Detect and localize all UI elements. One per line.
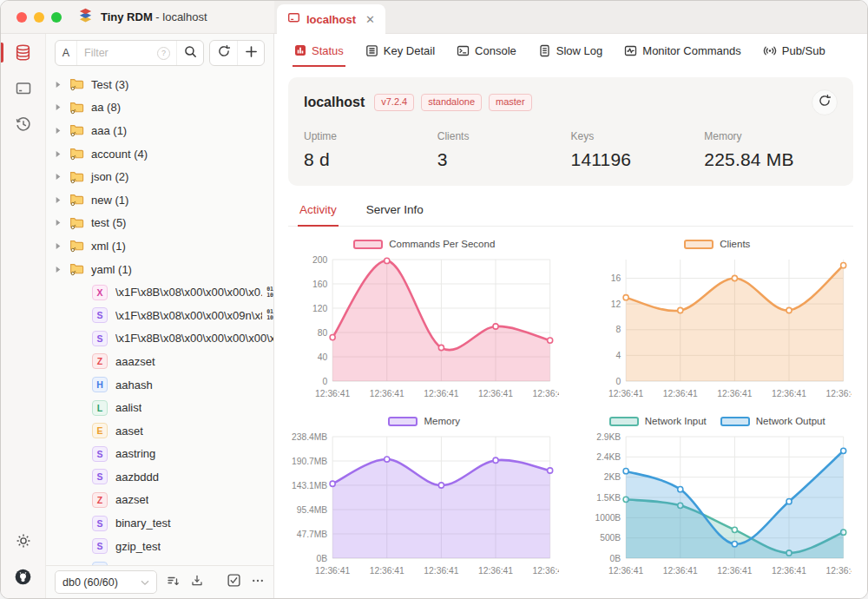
key-type-badge: Z [92,492,108,508]
key-label: \x1F\x8B\x08\x00\x00\x09n\x8... [115,309,262,322]
folder-icon [69,216,84,230]
rail-item-history[interactable] [1,115,45,136]
tree-key-row[interactable]: Zaazset [46,489,273,512]
folder-icon [69,77,84,91]
legend-item[interactable]: Commands Per Second [353,239,495,249]
tree-folder-row[interactable]: new (1) [46,188,273,212]
console-icon [457,44,470,57]
window-title-suffix: - localhost [153,10,207,23]
chevron-right-icon[interactable] [55,81,69,89]
svg-text:12:36:41: 12:36:41 [825,389,852,398]
nav-tab-status[interactable]: Status [286,34,352,67]
tree-folder-row[interactable]: account (4) [46,142,273,166]
add-key-button[interactable] [237,41,264,65]
tree-key-row[interactable]: Sbinary_test [46,511,273,535]
filter-input[interactable] [77,47,157,59]
tree-key-row[interactable]: Hhash_key [46,557,273,565]
folder-icon [69,239,84,253]
more-button[interactable] [251,574,265,591]
refresh-icon [818,94,832,111]
tree-folder-row[interactable]: json (2) [46,165,273,188]
svg-text:40: 40 [318,352,328,362]
chevron-right-icon[interactable] [55,219,69,227]
svg-text:0B: 0B [609,554,621,563]
minimize-window-button[interactable] [34,12,44,23]
close-window-button[interactable] [16,12,27,23]
app-window: Tiny RDM - localhost localhost ✕ [0,0,868,599]
zoom-window-button[interactable] [51,12,62,23]
legend-item[interactable]: Memory [388,416,460,426]
legend-item[interactable]: Network Input [609,416,707,426]
connection-tab-localhost[interactable]: localhost ✕ [277,4,385,34]
rail-item-browser[interactable] [1,43,45,65]
refresh-status-button[interactable] [812,89,838,115]
tree-key-row[interactable]: Laalist [46,396,273,419]
folder-icon [69,262,84,276]
tree-folder-row[interactable]: Test (3) [46,73,273,96]
key-type-badge: S [92,307,108,323]
nav-tab-pub-sub[interactable]: Pub/Sub [754,34,834,67]
chevron-right-icon[interactable] [55,266,69,273]
server-name: localhost [304,95,365,110]
reload-keys-button[interactable] [210,41,237,65]
filter-type-selector[interactable]: A [56,41,77,65]
tree-folder-row[interactable]: aa (8) [46,96,273,120]
stat-value: 8 d [304,149,437,170]
close-icon[interactable]: ✕ [365,14,375,25]
tree-key-row[interactable]: S\x1F\x8B\x08\x00\x00\x09n\x8...0110 [46,304,273,327]
tree-folder-row[interactable]: test (5) [46,212,273,235]
search-button[interactable] [176,41,203,65]
svg-text:12:36:41: 12:36:41 [533,389,559,398]
tree-key-row[interactable]: X\x1F\x8B\x08\x00\x00\x00\x0...0110 [46,280,273,304]
chevron-right-icon[interactable] [55,150,69,158]
chevron-right-icon[interactable] [55,173,69,181]
tree-folder-row[interactable]: yaml (1) [46,258,273,281]
key-type-badge: E [92,423,108,438]
tree-key-row[interactable]: Eaaset [46,419,273,443]
nav-tab-monitor-commands[interactable]: Monitor Commands [615,34,749,67]
main-panel: StatusKey DetailConsoleSlow LogMonitor C… [274,34,867,598]
svg-text:12:36:41: 12:36:41 [478,566,513,576]
import-button[interactable] [190,574,204,591]
svg-text:12:36:41: 12:36:41 [662,566,697,576]
rail-item-connections[interactable] [1,80,45,101]
content-tab-activity[interactable]: Activity [289,194,347,226]
legend-item[interactable]: Network Output [720,416,825,426]
svg-text:12:36:41: 12:36:41 [717,566,752,576]
chevron-right-icon[interactable] [55,196,69,204]
nav-tab-key-detail[interactable]: Key Detail [357,34,444,67]
svg-text:12:36:41: 12:36:41 [424,389,458,398]
tree-key-row[interactable]: Saastring [46,443,273,466]
tree-key-row[interactable]: Haahash [46,373,273,397]
tree-folder-row[interactable]: xml (1) [46,234,273,258]
tree-folder-row[interactable]: aaa (1) [46,119,273,142]
tree-key-row[interactable]: Saazbddd [46,465,273,489]
legend-label: Network Output [756,416,825,426]
nav-tab-console[interactable]: Console [448,34,525,67]
batch-select-button[interactable] [227,573,241,591]
nav-tab-slow-log[interactable]: Slow Log [529,34,611,67]
tree-key-row[interactable]: S\x1F\x8B\x08\x00\x00\x00\x00\x0... [46,327,273,351]
stat-label: Clients [437,130,571,142]
tree-key-row[interactable]: Sgzip_test [46,535,273,558]
chevron-right-icon[interactable] [55,242,69,250]
key-label: aaazset [115,355,155,368]
chevron-right-icon[interactable] [55,127,69,135]
database-selector[interactable]: db0 (60/60) [55,570,157,594]
connection-tab-label: localhost [306,13,356,26]
content-tab-server-info[interactable]: Server Info [356,194,434,226]
legend-item[interactable]: Clients [684,239,750,249]
chevron-right-icon[interactable] [55,103,69,111]
help-icon[interactable]: ? [157,47,170,60]
legend-swatch [353,240,383,249]
nav-tab-label: Key Detail [384,44,435,57]
sort-add-button[interactable] [167,574,181,591]
active-indicator [1,43,3,63]
rail-item-settings[interactable] [1,532,45,553]
rail-item-github[interactable] [1,568,45,589]
svg-text:200: 200 [312,255,327,265]
key-tree: Test (3)aa (8)aaa (1)account (4)json (2)… [46,71,273,565]
tree-key-row[interactable]: Zaaazset [46,350,273,373]
import-icon [190,574,204,591]
key-type-badge: S [92,469,108,484]
